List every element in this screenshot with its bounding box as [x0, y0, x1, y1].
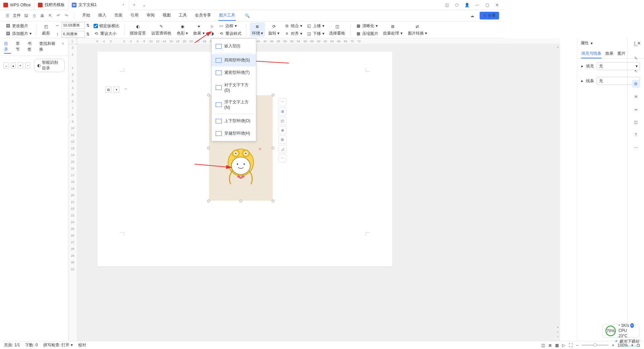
hamburger-icon[interactable]: ☰ — [4, 12, 11, 19]
remove-bg-button[interactable]: ◐抠除背景 — [128, 22, 148, 37]
wrap-option-square[interactable]: 四周型环绕(S) — [212, 54, 256, 66]
avatar-icon[interactable]: 👤 — [462, 0, 472, 10]
color-button[interactable]: ◉色彩 ▾ — [175, 22, 190, 37]
nav-add-button[interactable]: + — [18, 62, 23, 68]
float-reset-icon[interactable]: ◿ — [278, 145, 286, 153]
save-icon[interactable]: 🖫 — [23, 12, 30, 19]
wrap-option-tight[interactable]: 紧密型环绕(T) — [212, 66, 256, 79]
document-canvas[interactable]: ▤ ▾ ¬ — [77, 44, 503, 272]
cube-icon[interactable]: ⬡ — [452, 0, 462, 10]
panel-icon[interactable]: ◫ — [442, 0, 451, 10]
redo-icon[interactable]: ↷ — [63, 12, 70, 19]
search-icon[interactable]: 🔍 — [244, 12, 251, 19]
wrap-option-front[interactable]: 浮于文字上方(N) — [212, 96, 256, 113]
tab-review[interactable]: 审阅 — [146, 10, 155, 21]
nav-tab-bookmarks[interactable]: 书签 — [28, 40, 35, 54]
width-input[interactable] — [61, 22, 85, 29]
nav-tab-toc[interactable]: 目录 — [4, 40, 11, 54]
wrap-button[interactable]: ≣环绕 ▾ — [250, 22, 265, 37]
layout-dropdown-button[interactable]: ▾ — [113, 87, 119, 93]
height-input[interactable] — [61, 31, 85, 38]
add-image-button[interactable]: 🖼添加图片▾ — [4, 30, 33, 37]
smart-toc-button[interactable]: ◐智能识别目录 — [34, 59, 65, 72]
compress-button[interactable]: ▦压缩图片 — [354, 30, 380, 37]
resize-handle[interactable] — [207, 147, 210, 149]
float-wrap-icon[interactable]: ≣ — [278, 107, 286, 115]
nav-dropdown-button[interactable]: ⌄ — [3, 62, 9, 68]
border-button[interactable]: ▭边框▾ — [217, 22, 243, 30]
tab-document[interactable]: W文字文稿1• — [68, 0, 129, 10]
tab-insert[interactable]: 插入 — [98, 10, 107, 21]
horizontal-ruler[interactable]: 6422468101214161820222426283032343638404… — [77, 38, 503, 44]
color-icon: ◉ — [179, 23, 186, 30]
export-icon[interactable]: ⇱ — [47, 12, 54, 19]
tab-member[interactable]: 会员专享 — [194, 10, 212, 21]
crop-button[interactable]: ◰裁剪 — [40, 22, 52, 37]
maximize-button[interactable]: ▢ — [482, 0, 492, 10]
tab-view[interactable]: 视图 — [162, 10, 171, 21]
share-button[interactable]: ⇪分享 — [480, 12, 499, 19]
stepper-icon[interactable]: ⇅ — [86, 23, 90, 28]
layout-options-button[interactable]: ▤ — [105, 87, 111, 93]
close-button[interactable]: ✕ — [492, 0, 502, 10]
set-transparent-button[interactable]: ✎设置透明色 — [149, 22, 173, 37]
print-icon[interactable]: 🖶 — [39, 12, 46, 19]
border-icon: ▭ — [219, 23, 224, 29]
file-menu[interactable]: 文件 — [12, 11, 21, 20]
close-icon[interactable]: • — [121, 3, 125, 7]
align-button[interactable]: ≡对齐▾ — [283, 30, 304, 37]
float-more-icon[interactable]: ⋯ — [278, 98, 286, 106]
nav-tab-sections[interactable]: 章节 — [16, 40, 23, 54]
resize-handle[interactable] — [272, 200, 274, 202]
nav-remove-button[interactable]: − — [25, 62, 31, 68]
tab-tools[interactable]: 工具 — [178, 10, 187, 21]
tab-template[interactable]: 找稻壳模板 — [35, 0, 68, 10]
lock-ratio-checkbox[interactable]: 锁定纵横比 — [92, 22, 121, 30]
tab-list-button[interactable]: ⌄ — [139, 0, 149, 10]
minimize-button[interactable]: — — [472, 0, 482, 10]
change-image-button[interactable]: 🖼更改图片 — [4, 22, 33, 30]
nav-up-button[interactable]: ▴ — [11, 62, 16, 68]
reset-size-button[interactable]: ⟲重设大小 — [92, 30, 121, 37]
float-copy-icon[interactable]: ⧉ — [278, 136, 286, 144]
tab-references[interactable]: 引用 — [130, 10, 139, 21]
batch-button[interactable]: ⊞批量处理 ▾ — [381, 22, 404, 37]
combine-button[interactable]: ⧉组合▾ — [283, 22, 304, 30]
resize-handle[interactable] — [272, 94, 274, 96]
tab-page[interactable]: 页面 — [114, 10, 123, 21]
cloud-icon[interactable]: ☁ — [469, 12, 476, 19]
contrast-button[interactable]: ◑ — [208, 30, 216, 37]
move-up-button[interactable]: ◱上移▾ — [305, 22, 326, 30]
resize-handle[interactable] — [207, 94, 210, 96]
tab-add-button[interactable]: ＋ — [129, 0, 139, 10]
checkbox[interactable] — [94, 24, 98, 28]
tab-picture-tools[interactable]: 图片工具 — [218, 10, 236, 21]
wrap-option-topbottom[interactable]: 上下型环绕(O) — [212, 115, 256, 127]
wrap-option-behind[interactable]: 衬于文字下方(D) — [212, 79, 256, 96]
nav-close-icon[interactable]: « — [62, 40, 64, 54]
clarify-button[interactable]: ▩清晰化▾ — [354, 22, 380, 30]
float-menu-icon[interactable]: ⋯ — [278, 154, 286, 162]
float-crop-icon[interactable]: ◰ — [278, 117, 286, 125]
tab-wps-office[interactable]: WPS Office — [0, 0, 35, 10]
batch-icon: ⊞ — [389, 23, 396, 30]
stepper-icon[interactable]: ⇅ — [86, 32, 90, 37]
brightness-button[interactable]: ☼ — [208, 23, 216, 30]
resize-handle[interactable] — [272, 147, 274, 149]
vertical-ruler[interactable]: 5432112345678910111213141516171819202122… — [68, 44, 77, 272]
convert-button[interactable]: ⇄图片转换 ▾ — [406, 22, 429, 37]
effect-button[interactable]: ✦效果 ▾ — [191, 22, 206, 37]
wrap-option-through[interactable]: 穿越型环绕(H) — [212, 127, 256, 140]
resize-handle[interactable] — [239, 200, 242, 202]
selection-pane-button[interactable]: ◫选择窗格 — [327, 22, 347, 37]
print-preview-icon[interactable]: ⎙ — [31, 12, 38, 19]
reset-style-button[interactable]: ⟲重设样式 — [217, 30, 243, 37]
wrap-option-inline[interactable]: 嵌入型(I) — [212, 40, 256, 52]
tab-home[interactable]: 开始 — [82, 10, 91, 21]
resize-handle[interactable] — [207, 200, 210, 202]
nav-tab-find[interactable]: 查找和替换 — [39, 40, 57, 54]
undo-icon[interactable]: ↶ — [55, 12, 62, 19]
move-down-button[interactable]: ◲下移▾ — [305, 30, 326, 37]
float-zoom-icon[interactable]: ⊕ — [278, 126, 286, 134]
rotate-button[interactable]: ⟳旋转 ▾ — [266, 22, 281, 37]
